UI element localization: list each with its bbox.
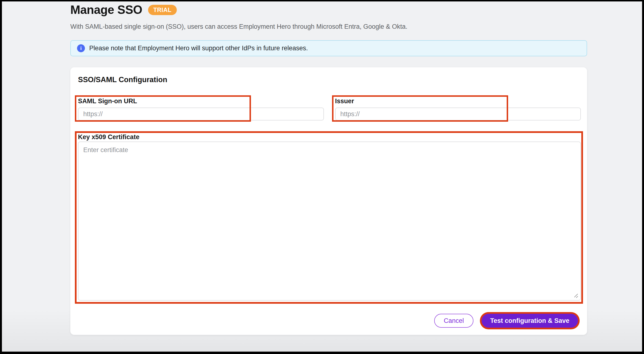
url-fields-row: SAML Sign-on URL Issuer xyxy=(78,97,581,120)
form-actions: Cancel Test configuration & Save xyxy=(78,314,578,328)
page-header: Manage SSO TRIAL xyxy=(70,3,587,17)
certificate-label: Key x509 Certificate xyxy=(78,133,581,141)
sso-saml-configuration-card: SSO/SAML Configuration SAML Sign-on URL … xyxy=(70,67,587,335)
page-subtitle: With SAML-based single sign-on (SSO), us… xyxy=(70,23,587,31)
page-content: Manage SSO TRIAL With SAML-based single … xyxy=(70,2,587,335)
page-title: Manage SSO xyxy=(70,3,142,17)
issuer-field: Issuer xyxy=(335,97,581,120)
issuer-label: Issuer xyxy=(335,97,581,105)
card-heading: SSO/SAML Configuration xyxy=(78,75,581,84)
saml-signon-url-label: SAML Sign-on URL xyxy=(78,97,324,105)
info-banner: i Please note that Employment Hero will … xyxy=(70,40,587,56)
certificate-textarea[interactable] xyxy=(78,141,581,301)
test-configuration-save-button[interactable]: Test configuration & Save xyxy=(482,314,578,328)
app-screen: Manage SSO TRIAL With SAML-based single … xyxy=(2,2,642,351)
cancel-button[interactable]: Cancel xyxy=(434,314,474,328)
certificate-field: Key x509 Certificate xyxy=(78,133,581,301)
info-icon: i xyxy=(77,44,85,52)
issuer-input[interactable] xyxy=(335,108,581,120)
info-banner-text: Please note that Employment Hero will su… xyxy=(89,45,308,52)
trial-badge: TRIAL xyxy=(148,5,177,15)
saml-signon-url-field: SAML Sign-on URL xyxy=(78,97,324,120)
saml-signon-url-input[interactable] xyxy=(78,108,324,120)
